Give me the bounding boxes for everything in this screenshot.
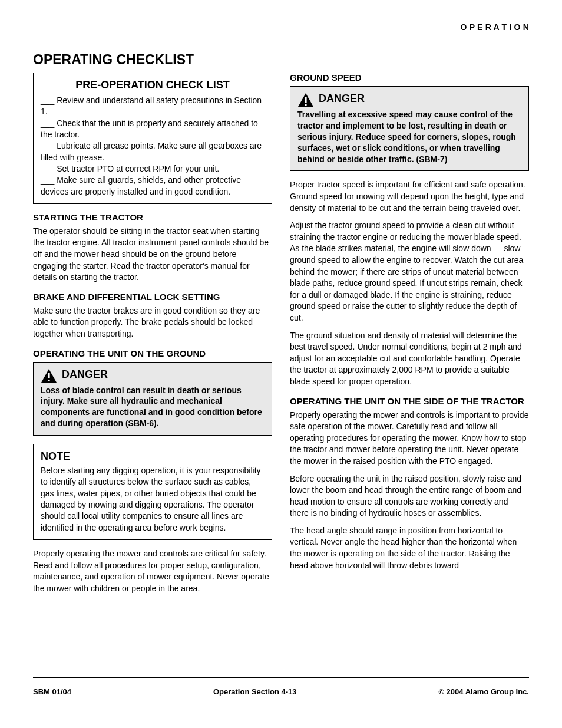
speed-para-3: The ground situation and density of mate… (290, 330, 529, 388)
speed-danger-box: DANGER Travelling at excessive speed may… (290, 86, 529, 171)
side-para-2: Before operating the unit in the raised … (290, 473, 529, 519)
brakes-heading: BRAKE AND DIFFERENTIAL LOCK SETTING (33, 292, 272, 302)
footer-center: Operation Section 4-13 (213, 687, 297, 696)
ground-note-body: Before starting any digging operation, i… (41, 465, 265, 533)
ground-note-title: NOTE (41, 450, 265, 463)
ground-para: Properly operating the mower and control… (33, 548, 272, 594)
speed-danger-label: DANGER (319, 93, 365, 105)
speed-para-1: Proper tractor speed is important for ef… (290, 179, 529, 214)
speed-danger-body: Travelling at excessive speed may cause … (297, 109, 521, 164)
left-column: PRE-OPERATION CHECK LIST ___ Review and … (33, 73, 272, 600)
right-column: GROUND SPEED DANGER Travelling at excess… (290, 73, 529, 600)
footer-right: © 2004 Alamo Group Inc. (438, 687, 529, 696)
header-right: O P E R A T I O N (461, 22, 529, 32)
two-column-layout: PRE-OPERATION CHECK LIST ___ Review and … (33, 73, 529, 600)
svg-rect-0 (48, 373, 49, 378)
brakes-para: Make sure the tractor brakes are in good… (33, 305, 272, 340)
ground-danger-label: DANGER (62, 368, 108, 381)
ground-danger-box: DANGER Loss of blade control can result … (33, 362, 272, 436)
header-rule (33, 39, 529, 41)
svg-rect-2 (305, 97, 306, 103)
page-title: OPERATING CHECKLIST (33, 52, 529, 68)
pre-op-checklist-box: PRE-OPERATION CHECK LIST ___ Review and … (33, 73, 272, 204)
svg-rect-3 (305, 104, 306, 106)
ground-heading: OPERATING THE UNIT ON THE GROUND (33, 348, 272, 358)
starting-para: The operator should be sitting in the tr… (33, 226, 272, 284)
footer: SBM 01/04 Operation Section 4-13 © 2004 … (33, 687, 529, 696)
svg-rect-1 (48, 380, 49, 381)
side-heading: OPERATING THE UNIT ON THE SIDE OF THE TR… (290, 396, 529, 406)
side-para-3: The head angle should range in position … (290, 525, 529, 571)
warning-icon (297, 93, 314, 108)
footer-rule (33, 677, 529, 678)
footer-left: SBM 01/04 (33, 687, 71, 696)
starting-heading: STARTING THE TRACTOR (33, 212, 272, 222)
ground-note-box: NOTE Before starting any digging operati… (33, 444, 272, 540)
speed-para-2: Adjust the tractor ground speed to provi… (290, 220, 529, 324)
speed-heading: GROUND SPEED (290, 73, 529, 83)
checklist-title: PRE-OPERATION CHECK LIST (41, 79, 265, 91)
checklist-body: ___ Review and understand all safety pre… (41, 95, 265, 197)
warning-icon (41, 368, 57, 384)
side-para-1: Properly operating the mower and control… (290, 410, 529, 467)
ground-danger-body: Loss of blade control can result in deat… (41, 385, 265, 430)
